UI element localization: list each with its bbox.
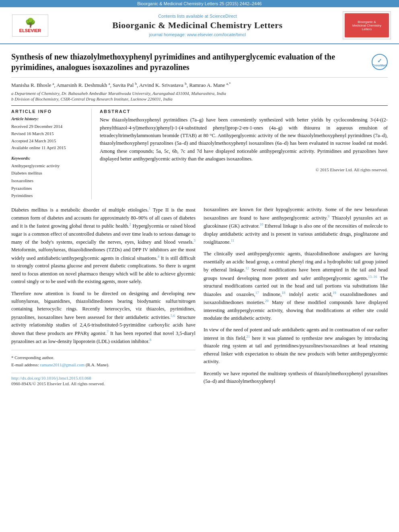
corresponding-label: * Corresponding author. [11,355,54,360]
sciencedirect-note: Contents lists available at ScienceDirec… [52,14,343,18]
body-section: Diabetes mellitus is a metabolic disorde… [11,206,388,389]
journal-header-center: Contents lists available at ScienceDirec… [52,14,343,37]
email-address[interactable]: ramane2011@gmail.com [40,362,84,367]
elsevier-logo: 🌳 ELSEVIER [12,14,48,37]
affiliation-b: b Division of Biochemistry, CSIR-Central… [11,97,388,101]
contents-note: Contents lists available at [158,14,208,18]
available-date: Available online 11 April 2015 [11,144,86,152]
article-info-col: ARTICLE INFO Article history: Received 2… [11,109,92,199]
journal-citation: Bioorganic & Medicinal Chemistry Letters… [137,1,261,6]
footnotes-section: * Corresponding author. E-mail address: … [11,350,195,367]
abstract-col: ABSTRACT New thiazolylmethoxyphenyl pyri… [100,109,388,199]
journal-logo-left: 🌳 ELSEVIER [8,14,52,37]
revised-date: Revised 16 March 2015 [11,130,86,138]
footer-section: http://dx.doi.org/10.1016/j.bmcl.2015.03… [11,373,195,386]
doi-link[interactable]: http://dx.doi.org/10.1016/j.bmcl.2015.03… [11,376,195,380]
body-left: Diabetes mellitus is a metabolic disorde… [11,206,195,389]
top-bar: Bioorganic & Medicinal Chemistry Letters… [0,0,399,7]
issn-line: 0960-894X/© 2015 Elsevier Ltd. All right… [11,381,195,386]
copyright-line: © 2015 Elsevier Ltd. All rights reserved… [100,167,388,172]
journal-header: 🌳 ELSEVIER Contents lists available at S… [0,7,399,44]
homepage-label: journal homepage: [149,32,186,37]
journal-title: Bioorganic & Medicinal Chemistry Letters [52,20,343,31]
body-para-right-1: Isoxazolines are known for their hypogly… [204,206,388,246]
affiliation-a: a Department of Chemistry, Dr. Babasaheb… [11,91,388,96]
journal-homepage: journal homepage: www.elsevier.com/locat… [52,32,343,37]
email-note: E-mail address: ramane2011@gmail.com (R.… [11,362,195,367]
body-para-right-3: In view of the need of potent and safe a… [204,326,388,366]
body-para-right-4: Recently we have reported the multistep … [204,370,388,386]
sciencedirect-link-text[interactable]: ScienceDirect [210,14,237,18]
tree-icon: 🌳 [25,18,36,28]
keywords-label: Keywords: [11,156,86,160]
authors-text: Manisha R. Bhosle a, Amarsinh R. Deshmuk… [11,82,231,88]
article-history-label: Article history: [11,116,86,121]
crossmark-badge[interactable]: ✓ CrossMark [372,54,388,70]
body-para-right-2: The clinically used antihyperglycemic ag… [204,250,388,322]
article-title-section: Synthesis of new thiazolylmethoxyphenyl … [11,51,388,78]
two-col-section: ARTICLE INFO Article history: Received 2… [11,105,388,199]
keyword-3: Isoxazolines [11,177,86,185]
journal-cover-label: Bioorganic &Medicinal ChemistryLetters [352,20,381,31]
body-para-1: Diabetes mellitus is a metabolic disorde… [11,206,195,286]
email-name: (R.A. Mane). [86,362,109,367]
article-info-header: ARTICLE INFO [11,109,86,114]
received-date: Received 29 December 2014 [11,123,86,130]
body-para-2: Therefore now attention is found to be d… [11,290,195,346]
elsevier-label: ELSEVIER [19,28,41,33]
keyword-5: Pyrimidines [11,192,86,199]
journal-logo-right: Bioorganic &Medicinal ChemistryLetters [343,11,391,39]
keyword-1: Antihyperglycemic activity [11,162,86,170]
article-title: Synthesis of new thiazolylmethoxyphenyl … [11,51,372,72]
journal-cover-image: Bioorganic &Medicinal ChemistryLetters [345,13,389,37]
crossmark-label: CrossMark [372,64,387,67]
email-label: E-mail address: [11,362,39,367]
keywords-section: Keywords: Antihyperglycemic activity Dia… [11,156,86,199]
affiliations: a Department of Chemistry, Dr. Babasaheb… [11,91,388,101]
authors-line: Manisha R. Bhosle a, Amarsinh R. Deshmuk… [11,82,388,88]
accepted-date: Accepted 24 March 2015 [11,138,86,145]
body-right: Isoxazolines are known for their hypogly… [204,206,388,389]
article-container: Synthesis of new thiazolylmethoxyphenyl … [0,44,399,396]
corresponding-note: * Corresponding author. [11,355,195,360]
keyword-2: Diabetes mellitus [11,169,86,177]
abstract-header: ABSTRACT [100,109,388,114]
homepage-url[interactable]: www.elsevier.com/locate/bmcl [187,32,246,37]
keyword-4: Pyrazolines [11,185,86,192]
abstract-text: New thiazolylmethoxyphenyl pyrimidines (… [100,116,388,163]
